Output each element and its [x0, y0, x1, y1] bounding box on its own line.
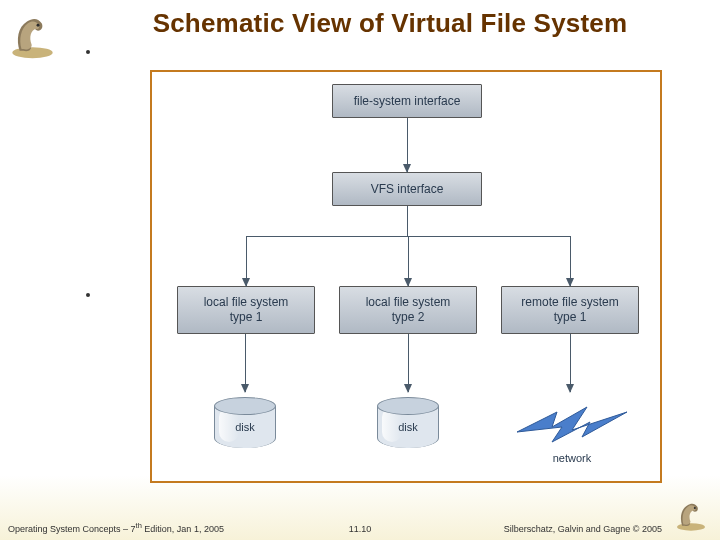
- footer-right: Silberschatz, Galvin and Gagne © 2005: [504, 524, 662, 534]
- svg-point-3: [677, 523, 705, 531]
- network-label: network: [512, 452, 632, 464]
- footer-text: Operating System Concepts – 7: [8, 524, 136, 534]
- connector: [408, 236, 409, 286]
- disk-2-icon: disk: [377, 397, 439, 448]
- connector: [570, 334, 571, 392]
- slide-title: Schematic View of Virtual File System: [80, 8, 700, 39]
- box-label: local file system type 1: [204, 295, 289, 325]
- box-remote-fs-1: remote file system type 1: [501, 286, 639, 334]
- network-icon: [512, 392, 632, 452]
- box-label: remote file system type 1: [521, 295, 618, 325]
- footer-text: Edition, Jan 1, 2005: [142, 524, 224, 534]
- disk-label: disk: [377, 421, 439, 433]
- box-label: local file system type 2: [366, 295, 451, 325]
- box-local-fs-2: local file system type 2: [339, 286, 477, 334]
- dinosaur-logo-icon: [5, 5, 60, 60]
- disk-label: disk: [214, 421, 276, 433]
- connector: [408, 334, 409, 392]
- footer-page-number: 11.10: [349, 524, 372, 534]
- connector: [407, 118, 408, 172]
- disk-1-icon: disk: [214, 397, 276, 448]
- dinosaur-logo-small-icon: [668, 494, 714, 532]
- box-local-fs-1: local file system type 1: [177, 286, 315, 334]
- svg-point-1: [37, 24, 40, 27]
- connector: [570, 236, 571, 286]
- box-label: file-system interface: [354, 94, 461, 109]
- svg-point-0: [12, 47, 52, 58]
- box-file-system-interface: file-system interface: [332, 84, 482, 118]
- svg-marker-2: [517, 407, 627, 442]
- bullet-dot: [86, 293, 90, 297]
- bullet-dot: [86, 50, 90, 54]
- box-vfs-interface: VFS interface: [332, 172, 482, 206]
- connector: [246, 236, 247, 286]
- connector: [245, 334, 246, 392]
- box-label: VFS interface: [371, 182, 444, 197]
- connector: [407, 206, 408, 236]
- svg-point-4: [694, 507, 696, 509]
- slide: Schematic View of Virtual File System fi…: [0, 0, 720, 540]
- diagram-frame: file-system interface VFS interface loca…: [150, 70, 662, 483]
- footer-left: Operating System Concepts – 7th Edition,…: [8, 521, 224, 534]
- footer: Operating System Concepts – 7th Edition,…: [0, 516, 720, 534]
